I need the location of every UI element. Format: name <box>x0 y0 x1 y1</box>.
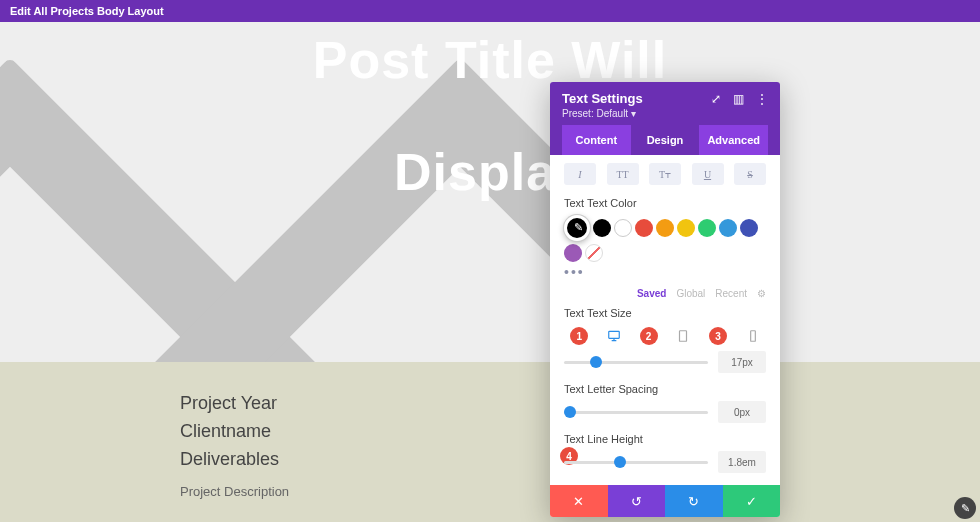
spacing-track[interactable] <box>564 411 708 414</box>
more-icon[interactable]: ⋮ <box>756 92 768 106</box>
color-swatches: ✎ <box>564 215 766 262</box>
strikethrough-button[interactable]: S <box>734 163 766 185</box>
color-swatch[interactable] <box>677 219 695 237</box>
tab-content[interactable]: Content <box>562 125 631 155</box>
save-button[interactable]: ✓ <box>723 485 781 517</box>
top-bar: Edit All Projects Body Layout <box>0 0 980 22</box>
columns-icon[interactable]: ▥ <box>733 92 744 106</box>
uppercase-button[interactable]: TT <box>607 163 639 185</box>
line-height-label: Text Line Height <box>564 433 766 445</box>
panel-header-icons: ⤢ ▥ ⋮ <box>711 92 768 106</box>
device-tabs: 1 2 3 <box>564 327 766 345</box>
top-bar-title: Edit All Projects Body Layout <box>10 5 164 17</box>
text-settings-panel: Text Settings ⤢ ▥ ⋮ Preset: Default ▾ Co… <box>550 82 780 517</box>
svg-rect-1 <box>680 331 687 342</box>
letter-spacing-label: Text Letter Spacing <box>564 383 766 395</box>
more-dots-icon[interactable]: ••• <box>564 264 766 280</box>
redo-button[interactable]: ↻ <box>665 485 723 517</box>
color-swatch[interactable] <box>635 219 653 237</box>
svg-rect-2 <box>750 331 755 342</box>
recent-tab[interactable]: Recent <box>715 288 747 299</box>
project-meta-block: Project Year Clientname Deliverables Pro… <box>0 362 980 499</box>
color-swatch[interactable] <box>740 219 758 237</box>
phone-icon[interactable] <box>746 329 760 343</box>
saved-tab[interactable]: Saved <box>637 288 666 299</box>
cancel-button[interactable]: ✕ <box>550 485 608 517</box>
callout-3: 3 <box>709 327 727 345</box>
text-size-slider: 17px <box>564 351 766 373</box>
tab-design[interactable]: Design <box>631 125 700 155</box>
preset-label[interactable]: Preset: Default ▾ <box>562 108 768 125</box>
size-value[interactable]: 17px <box>718 351 766 373</box>
text-format-row: I TT Tᴛ U S <box>564 163 766 185</box>
panel-footer: ✕ ↺ ↻ ✓ <box>550 485 780 517</box>
color-swatch[interactable] <box>614 219 632 237</box>
gear-icon[interactable]: ⚙ <box>757 288 766 299</box>
text-size-label: Text Text Size <box>564 307 766 319</box>
text-color-label: Text Text Color <box>564 197 766 209</box>
settings-fab-icon[interactable]: ✎ <box>954 497 976 519</box>
no-color-swatch[interactable] <box>585 244 603 262</box>
panel-header[interactable]: Text Settings ⤢ ▥ ⋮ Preset: Default ▾ Co… <box>550 82 780 155</box>
size-track[interactable] <box>564 361 708 364</box>
saved-colors-row: Saved Global Recent ⚙ <box>564 288 766 299</box>
global-tab[interactable]: Global <box>676 288 705 299</box>
underline-button[interactable]: U <box>692 163 724 185</box>
panel-title: Text Settings <box>562 91 643 106</box>
hero-area: Post Title Will Display <box>0 22 980 362</box>
eyedropper-swatch[interactable]: ✎ <box>564 215 590 241</box>
undo-button[interactable]: ↺ <box>608 485 666 517</box>
color-swatch[interactable] <box>698 219 716 237</box>
line-height-slider: 4 1.8em <box>564 451 766 473</box>
desktop-icon[interactable] <box>607 329 621 343</box>
spacing-value[interactable]: 0px <box>718 401 766 423</box>
expand-icon[interactable]: ⤢ <box>711 92 721 106</box>
callout-2: 2 <box>640 327 658 345</box>
smallcaps-button[interactable]: Tᴛ <box>649 163 681 185</box>
color-swatch[interactable] <box>593 219 611 237</box>
tab-advanced[interactable]: Advanced <box>699 125 768 155</box>
italic-button[interactable]: I <box>564 163 596 185</box>
text-shadow-label: Text Shadow <box>564 483 766 485</box>
panel-tabs: Content Design Advanced <box>562 125 768 155</box>
tablet-icon[interactable] <box>676 329 690 343</box>
color-swatch[interactable] <box>719 219 737 237</box>
callout-1: 1 <box>570 327 588 345</box>
color-swatch[interactable] <box>564 244 582 262</box>
color-swatch[interactable] <box>656 219 674 237</box>
panel-body: I TT Tᴛ U S Text Text Color ✎ ••• Saved … <box>550 155 780 485</box>
post-title-line1: Post Title Will <box>313 30 668 90</box>
svg-rect-0 <box>609 331 620 338</box>
letter-spacing-slider: 0px <box>564 401 766 423</box>
lineheight-track[interactable] <box>564 461 708 464</box>
lineheight-value[interactable]: 1.8em <box>718 451 766 473</box>
